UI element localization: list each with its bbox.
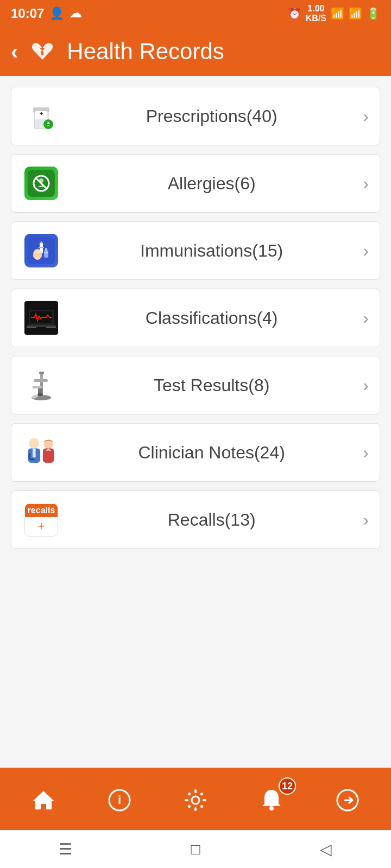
svg-rect-53 [187, 805, 191, 808]
list-item-test-results[interactable]: Test Results(8) › [11, 356, 380, 414]
status-time: 10:07 [11, 6, 44, 21]
app-bar-title: Health Records [67, 39, 224, 65]
clinician-notes-icon [23, 434, 60, 471]
svg-rect-48 [194, 807, 197, 811]
svg-rect-17 [39, 247, 44, 248]
svg-point-13 [39, 178, 43, 183]
svg-rect-19 [45, 248, 47, 251]
immunisations-icon [24, 234, 58, 267]
test-results-icon [24, 368, 58, 402]
list-item-recalls[interactable]: recalls + Recalls(13) › [11, 490, 380, 549]
classifications-chevron: › [363, 308, 369, 328]
svg-rect-54 [200, 805, 204, 808]
app-bar: ‹ Health Records [0, 27, 391, 76]
bottom-nav: i 12 [0, 770, 391, 830]
svg-rect-47 [194, 789, 197, 793]
android-back-icon: ◁ [320, 840, 332, 858]
nav-notifications[interactable]: 12 [244, 778, 299, 822]
svg-rect-9 [48, 122, 49, 124]
status-bar-right: ⏰ 1.00KB/S 📶 📶 🔋 [288, 4, 380, 23]
android-home-icon: □ [191, 841, 200, 858]
svg-rect-22 [33, 253, 42, 258]
health-icon [30, 39, 55, 64]
android-home-btn[interactable]: □ [179, 836, 212, 863]
svg-rect-39 [33, 448, 36, 457]
android-nav: ☰ □ ◁ [0, 830, 391, 868]
cloud-icon: ☁ [70, 7, 81, 21]
recalls-icon-label: recalls [25, 504, 58, 517]
prescriptions-label: Prescriptions(40) [66, 106, 357, 126]
recalls-chevron: › [363, 510, 369, 530]
immunisations-chevron: › [363, 241, 369, 261]
nav-info[interactable]: i [92, 778, 147, 822]
list-item-prescriptions[interactable]: Prescriptions(40) › [11, 87, 380, 145]
info-icon: i [107, 788, 132, 813]
recalls-icon-container: recalls + [22, 501, 60, 539]
classifications-label: Classifications(4) [66, 308, 357, 328]
menu-icon: ☰ [59, 840, 72, 858]
nav-logout[interactable] [320, 778, 375, 822]
wifi-icon: 📶 [331, 7, 344, 20]
status-bar-left: 10:07 👤 ☁ [11, 6, 81, 21]
prescriptions-icon-container [22, 97, 60, 135]
classifications-icon [24, 301, 58, 335]
svg-point-55 [269, 806, 274, 810]
svg-rect-49 [185, 799, 188, 801]
svg-rect-35 [33, 386, 42, 388]
svg-point-34 [37, 393, 43, 396]
recalls-icon-plus: + [36, 517, 47, 535]
main-content: Prescriptions(40) › Allergies(6) › [0, 76, 391, 768]
svg-rect-32 [39, 372, 44, 374]
immunisations-label: Immunisations(15) [66, 241, 357, 261]
nav-settings[interactable] [168, 778, 223, 822]
list-item-clinician-notes[interactable]: Clinician Notes(24) › [11, 423, 380, 482]
svg-point-37 [29, 438, 39, 449]
svg-rect-50 [203, 799, 206, 801]
svg-rect-18 [44, 250, 48, 258]
recalls-icon: recalls + [24, 503, 58, 537]
classifications-icon-container [22, 299, 60, 337]
clinician-notes-label: Clinician Notes(24) [66, 443, 357, 463]
test-results-chevron: › [363, 375, 369, 395]
data-speed: 1.00KB/S [306, 4, 326, 23]
status-bar: 10:07 👤 ☁ ⏰ 1.00KB/S 📶 📶 🔋 [0, 0, 391, 27]
android-back-btn[interactable]: ◁ [310, 836, 342, 863]
logout-icon [335, 788, 360, 813]
android-menu-btn[interactable]: ☰ [49, 836, 81, 863]
svg-rect-26 [27, 327, 36, 328]
battery-icon: 🔋 [367, 7, 380, 20]
svg-point-46 [192, 796, 199, 804]
notification-badge: 12 [279, 777, 296, 795]
list-item-immunisations[interactable]: Immunisations(15) › [11, 221, 380, 280]
svg-text:i: i [118, 793, 121, 807]
clinician-notes-chevron: › [363, 443, 369, 463]
svg-rect-6 [41, 112, 42, 115]
svg-marker-43 [33, 791, 54, 809]
back-button[interactable]: ‹ [11, 40, 18, 64]
app-bar-logo [29, 38, 56, 65]
test-results-label: Test Results(8) [66, 375, 357, 395]
allergies-icon [24, 167, 58, 200]
allergies-icon-container [22, 164, 60, 202]
svg-rect-51 [187, 792, 191, 796]
immunisations-icon-container [22, 232, 60, 270]
prescriptions-icon [24, 99, 58, 133]
svg-rect-52 [200, 792, 204, 796]
svg-rect-41 [43, 448, 54, 462]
nav-home[interactable] [16, 778, 71, 822]
svg-rect-20 [45, 252, 48, 253]
signal-icon: 📶 [349, 7, 362, 20]
alarm-icon: ⏰ [288, 7, 301, 20]
svg-rect-16 [41, 241, 42, 244]
test-results-icon-container [22, 366, 60, 404]
list-item-classifications[interactable]: Classifications(4) › [11, 289, 380, 347]
settings-icon [183, 788, 208, 813]
allergies-chevron: › [363, 174, 369, 194]
clinician-notes-icon-container [22, 433, 60, 471]
notification-icon: 👤 [49, 7, 64, 21]
prescriptions-chevron: › [363, 106, 369, 126]
svg-rect-27 [46, 327, 56, 328]
list-item-allergies[interactable]: Allergies(6) › [11, 154, 380, 213]
recalls-label: Recalls(13) [66, 510, 357, 530]
allergies-label: Allergies(6) [66, 174, 357, 194]
